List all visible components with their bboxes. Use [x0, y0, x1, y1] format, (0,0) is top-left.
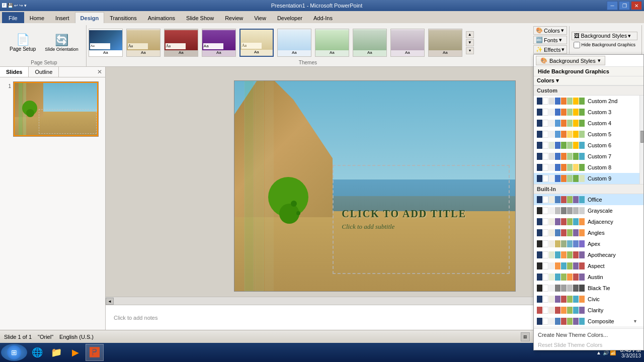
hide-bg-label: Hide Background Graphics: [581, 42, 635, 47]
apex-item[interactable]: Apex: [534, 238, 643, 249]
theme-10-label: Aa: [443, 50, 448, 55]
hide-bg-checkbox[interactable]: [574, 42, 580, 48]
theme-item-7[interactable]: Aa: [315, 29, 349, 57]
outline-tab[interactable]: Outline: [29, 67, 59, 77]
grayscale-item[interactable]: Grayscale: [534, 205, 643, 216]
themes-scroll-up[interactable]: ▲: [466, 31, 474, 38]
custom-5-item[interactable]: Custom 5: [534, 129, 643, 140]
tab-developer[interactable]: Developer: [272, 12, 308, 23]
dropdown-top-area: 🎨 Background Styles ▾: [534, 55, 643, 67]
tab-insert[interactable]: Insert: [50, 12, 75, 23]
composite-more-arrow: ▼: [633, 319, 637, 324]
normal-view-btn[interactable]: ⊞: [521, 332, 530, 341]
bg-styles-dropdown-btn[interactable]: 🎨 Background Styles ▾: [536, 56, 605, 65]
theme-item-4[interactable]: Aa Aa: [202, 29, 236, 57]
minimize-button[interactable]: ─: [607, 1, 618, 10]
themes-more[interactable]: ▾: [466, 47, 474, 54]
notes-placeholder[interactable]: Click to add notes: [114, 315, 157, 321]
tab-transitions[interactable]: Transitions: [104, 12, 142, 23]
austin-label: Austin: [588, 274, 603, 280]
background-styles-button[interactable]: 🖼 Background Styles ▾: [572, 32, 637, 40]
redo-btn-qa[interactable]: ↪: [19, 3, 23, 8]
glass-panel-2: [255, 81, 264, 291]
custom-7-swatches: [537, 153, 585, 160]
theme-item-2[interactable]: Aa Aa: [126, 29, 160, 57]
media-player-icon[interactable]: ▶: [66, 344, 85, 361]
powerpoint-icon[interactable]: 🅿: [86, 344, 104, 361]
effects-button[interactable]: ✨ Effects ▾: [533, 45, 567, 54]
civic-item[interactable]: Civic: [534, 294, 643, 305]
custom-6-item[interactable]: Custom 6: [534, 140, 643, 151]
aspect-item[interactable]: Aspect: [534, 260, 643, 272]
slide-orientation-button[interactable]: 🔄 Slide Orientation: [41, 32, 82, 53]
tab-slideshow[interactable]: Slide Show: [181, 12, 219, 23]
austin-item[interactable]: Austin: [534, 272, 643, 283]
slides-list: 1: [0, 77, 105, 330]
themes-scroll-down[interactable]: ▼: [466, 39, 474, 46]
adjacency-item[interactable]: Adjacency: [534, 216, 643, 227]
language: English (U.S.): [59, 334, 94, 340]
black-tie-item[interactable]: Black Tie: [534, 283, 643, 294]
colors-button[interactable]: 🎨 Colors ▾: [533, 26, 567, 35]
custom-3-item[interactable]: Custom 3: [534, 107, 643, 118]
theme-item-3[interactable]: Aa Aa: [164, 29, 198, 57]
tab-animations[interactable]: Animations: [142, 12, 181, 23]
slide-title[interactable]: CLICK TO ADD TITLE: [342, 208, 466, 220]
start-button[interactable]: ⊞: [1, 344, 27, 361]
theme-item-oriel[interactable]: Aa Aa: [239, 29, 274, 57]
angles-swatches: [537, 229, 585, 236]
apothecary-item[interactable]: Apothecary: [534, 249, 643, 260]
custom-5-swatches: [537, 131, 585, 138]
undo-btn-qa[interactable]: ↩: [14, 3, 18, 8]
save-btn-qa[interactable]: 💾: [8, 3, 13, 8]
theme-2-label: Aa: [141, 50, 146, 55]
custom-2nd-item[interactable]: Custom 2nd: [534, 96, 643, 107]
folder-icon[interactable]: 📁: [47, 344, 65, 361]
theme-item-1[interactable]: Aa Aa: [89, 29, 123, 57]
create-new-colors-btn[interactable]: Create New Theme Colors...: [534, 330, 643, 340]
slide-thumb-1[interactable]: [13, 81, 99, 137]
slide-panel-tabs: Slides Outline ✕: [0, 67, 105, 77]
clarity-item[interactable]: Clarity: [534, 305, 643, 316]
title-placeholder[interactable]: CLICK TO ADD TITLE Click to add subtitle: [333, 165, 510, 274]
slide-panel-close[interactable]: ✕: [94, 67, 105, 76]
fonts-dropdown-arrow: ▾: [559, 37, 562, 43]
close-button[interactable]: ✕: [631, 1, 642, 10]
theme-item-10[interactable]: Aa: [428, 29, 462, 57]
slide-subtitle[interactable]: Click to add subtitle: [342, 223, 394, 231]
page-setup-button[interactable]: 📄 Page Setup: [6, 32, 39, 53]
theme-8-label: Aa: [367, 50, 372, 55]
custom-6-swatches: [537, 142, 585, 149]
orientation-icon: 🔄: [55, 34, 68, 47]
hide-bg-graphics-item[interactable]: Hide Background Graphics: [534, 67, 643, 76]
dropdown-scrollbar[interactable]: [639, 96, 643, 184]
custom-9-item[interactable]: Custom 9: [534, 173, 643, 184]
tab-home[interactable]: Home: [24, 12, 50, 23]
custom-8-item[interactable]: Custom 8: [534, 162, 643, 173]
angles-item[interactable]: Angles: [534, 227, 643, 238]
fonts-button[interactable]: 🔤 Fonts ▾: [533, 36, 567, 44]
dropdown-footer: Create New Theme Colors... Reset Slide T…: [534, 327, 643, 350]
custom-themes-list: Custom 2nd Custom 3 Custom 4: [534, 96, 643, 184]
tab-file[interactable]: File: [2, 12, 24, 23]
bg-styles-icon: 🖼: [574, 33, 580, 39]
tab-view[interactable]: View: [249, 12, 272, 23]
effects-label: Effects: [544, 47, 560, 53]
composite-item[interactable]: Composite ▼: [534, 316, 643, 327]
theme-item-6[interactable]: Aa: [277, 29, 311, 57]
tab-design[interactable]: Design: [75, 12, 105, 23]
hscroll-left[interactable]: ◄: [106, 298, 114, 305]
restore-button[interactable]: ❐: [619, 1, 630, 10]
theme-item-8[interactable]: Aa: [353, 29, 387, 57]
tab-review[interactable]: Review: [219, 12, 249, 23]
office-theme-item[interactable]: Office: [534, 194, 643, 205]
slide-canvas[interactable]: CLICK TO ADD TITLE Click to add subtitle: [234, 80, 516, 292]
slides-tab[interactable]: Slides: [0, 67, 29, 77]
custom-4-item[interactable]: Custom 4: [534, 118, 643, 129]
apex-swatches: [537, 240, 585, 247]
hide-bg-graphics-button[interactable]: Hide Background Graphics: [572, 41, 637, 49]
theme-item-9[interactable]: Aa: [390, 29, 425, 57]
tab-addins[interactable]: Add-Ins: [308, 12, 338, 23]
custom-7-item[interactable]: Custom 7: [534, 151, 643, 162]
ie-icon[interactable]: 🌐: [28, 344, 46, 361]
